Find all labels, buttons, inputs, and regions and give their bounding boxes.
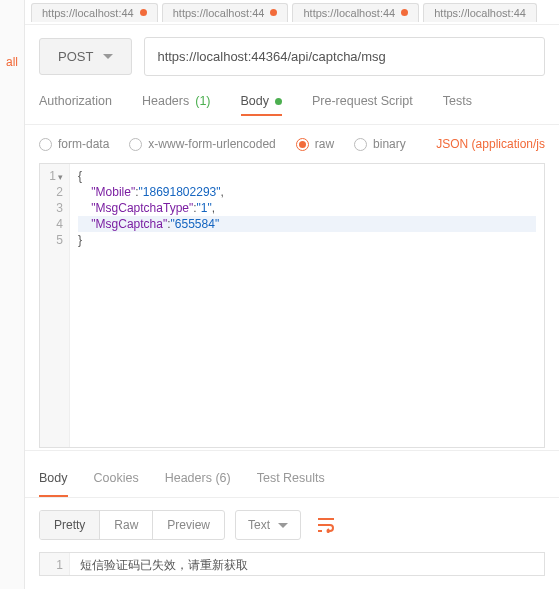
captcha-value: "655584" (171, 217, 220, 231)
request-tab[interactable]: https://localhost:44 (423, 3, 537, 22)
radio-binary[interactable]: binary (354, 137, 406, 151)
dot-icon (401, 9, 408, 16)
radio-icon (296, 138, 309, 151)
tab-label: https://localhost:44 (42, 7, 134, 19)
tab-authorization[interactable]: Authorization (39, 88, 112, 116)
wrap-lines-button[interactable] (311, 510, 341, 540)
format-label: Text (248, 518, 270, 532)
radio-label: form-data (58, 137, 109, 151)
tab-tests[interactable]: Tests (443, 88, 472, 116)
radio-form-data[interactable]: form-data (39, 137, 109, 151)
radio-label: x-www-form-urlencoded (148, 137, 275, 151)
dot-icon (140, 9, 147, 16)
raw-button[interactable]: Raw (100, 511, 153, 539)
line-number: 4 (40, 216, 63, 232)
chevron-down-icon (278, 523, 288, 528)
line-number: 1 (40, 168, 63, 184)
request-tab[interactable]: https://localhost:44 (31, 3, 158, 22)
tab-bar: https://localhost:44 https://localhost:4… (25, 0, 559, 25)
line-gutter: 1 2 3 4 5 (40, 164, 70, 447)
radio-icon (39, 138, 52, 151)
line-number: 3 (40, 200, 63, 216)
headers-count: (1) (195, 94, 210, 108)
response-body[interactable]: 1 短信验证码已失效，请重新获取 (39, 552, 545, 576)
response-text: 短信验证码已失效，请重新获取 (70, 553, 544, 575)
chevron-down-icon (103, 54, 113, 59)
line-gutter: 1 (40, 553, 70, 575)
radio-raw[interactable]: raw (296, 137, 334, 151)
dot-icon (270, 9, 277, 16)
mobile-value: "18691802293" (139, 185, 221, 199)
request-tab[interactable]: https://localhost:44 (292, 3, 419, 22)
request-tab[interactable]: https://localhost:44 (162, 3, 289, 22)
tab-body[interactable]: Body (241, 88, 283, 116)
view-mode-group: Pretty Raw Preview (39, 510, 225, 540)
method-dropdown[interactable]: POST (39, 38, 132, 75)
pretty-button[interactable]: Pretty (40, 511, 100, 539)
tab-label: https://localhost:44 (173, 7, 265, 19)
radio-label: raw (315, 137, 334, 151)
format-dropdown[interactable]: Text (235, 510, 301, 540)
line-number: 5 (40, 232, 63, 248)
tab-label: https://localhost:44 (303, 7, 395, 19)
response-tab-cookies[interactable]: Cookies (94, 465, 139, 497)
sidebar-all[interactable]: all (0, 0, 24, 69)
captcha-type-value: "1" (197, 201, 212, 215)
radio-icon (354, 138, 367, 151)
method-label: POST (58, 49, 93, 64)
body-label: Body (241, 94, 270, 108)
response-tab-headers[interactable]: Headers (6) (165, 465, 231, 497)
resp-headers-label: Headers (165, 471, 212, 485)
tab-headers[interactable]: Headers (1) (142, 88, 211, 116)
preview-button[interactable]: Preview (153, 511, 224, 539)
radio-urlencoded[interactable]: x-www-form-urlencoded (129, 137, 275, 151)
tab-prerequest[interactable]: Pre-request Script (312, 88, 413, 116)
url-input[interactable] (144, 37, 545, 76)
tab-label: https://localhost:44 (434, 7, 526, 19)
resp-headers-count: (6) (215, 471, 230, 485)
headers-label: Headers (142, 94, 189, 108)
radio-label: binary (373, 137, 406, 151)
line-number: 2 (40, 184, 63, 200)
request-body-editor[interactable]: 1 2 3 4 5 { "Mobile":"18691802293", "Msg… (39, 163, 545, 448)
content-type-dropdown[interactable]: JSON (application/js (436, 137, 545, 151)
response-tab-body[interactable]: Body (39, 465, 68, 497)
radio-icon (129, 138, 142, 151)
dot-icon (275, 98, 282, 105)
response-tab-tests[interactable]: Test Results (257, 465, 325, 497)
line-number: 1 (40, 557, 63, 573)
code-area[interactable]: { "Mobile":"18691802293", "MsgCaptchaTyp… (70, 164, 544, 447)
